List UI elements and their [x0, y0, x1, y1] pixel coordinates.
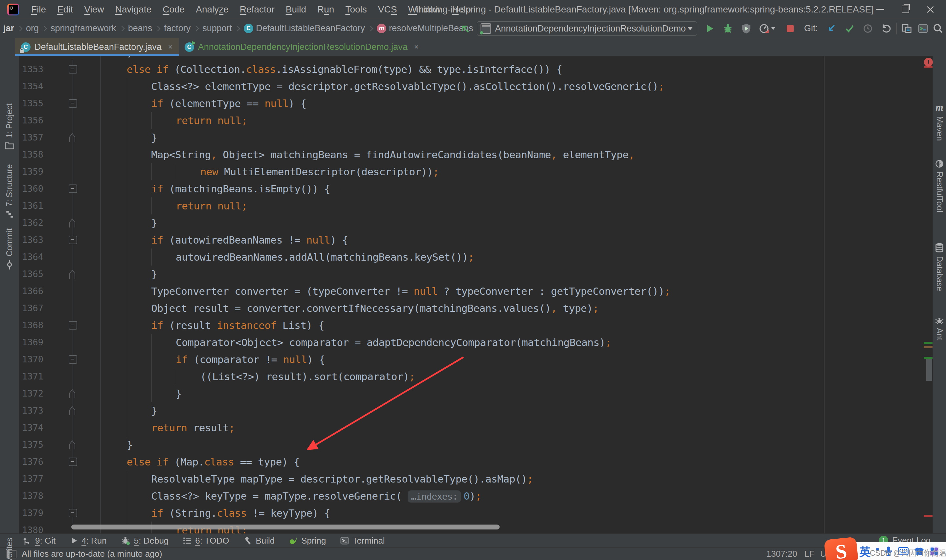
tool-window-button--run[interactable]: 4: Run — [70, 536, 107, 546]
code-line: 1362} — [19, 214, 933, 231]
menu-build[interactable]: Build — [280, 0, 312, 19]
restore-button[interactable] — [893, 0, 918, 19]
profiler-button[interactable] — [758, 22, 770, 35]
rollback-button[interactable] — [880, 22, 893, 35]
fold-collapse-icon[interactable] — [69, 458, 77, 466]
indent-guide — [151, 385, 152, 402]
tool-window-button-restfultool[interactable]: RestfulTool — [933, 159, 946, 212]
indent-guide — [127, 334, 128, 351]
fold-end-icon[interactable] — [69, 440, 76, 450]
fold-collapse-icon[interactable] — [69, 236, 77, 244]
breadcrumb-item-beans[interactable]: beans — [128, 23, 153, 34]
gitbranch-icon — [23, 536, 32, 545]
fold-collapse-icon[interactable] — [69, 99, 77, 108]
menu-edit[interactable]: Edit — [52, 0, 79, 19]
breadcrumb-item-org[interactable]: org — [25, 23, 39, 34]
vertical-scrollbar[interactable] — [926, 359, 932, 381]
menu-view[interactable]: View — [79, 0, 109, 19]
menu-navigate[interactable]: Navigate — [110, 0, 157, 19]
fold-end-icon[interactable] — [69, 269, 76, 279]
menu-vcs[interactable]: VCS — [373, 0, 403, 19]
breadcrumb-label: support — [202, 23, 232, 34]
menu-file[interactable]: File — [26, 0, 52, 19]
run-configuration-select[interactable]: AnnotationDependencyInjectionResolutionD… — [477, 22, 697, 36]
tool-window-button--todo[interactable]: 6: TODO — [183, 536, 229, 546]
vcs-stripe-brown[interactable] — [924, 346, 933, 348]
run-button[interactable] — [703, 22, 716, 35]
history-button[interactable] — [861, 22, 874, 35]
jump-to-source-icon[interactable] — [459, 23, 470, 34]
breadcrumb-item-defaultlistablebeanfactory[interactable]: CDefaultListableBeanFactory — [243, 23, 365, 34]
terminal-icon — [340, 536, 349, 545]
tool-window-button-maven[interactable]: mMaven — [933, 102, 946, 141]
tool-window-button-terminal[interactable]: Terminal — [340, 536, 385, 546]
fold-end-icon[interactable] — [69, 389, 76, 398]
breadcrumb-item-jar[interactable]: jar — [3, 23, 15, 34]
fold-collapse-icon[interactable] — [69, 65, 77, 74]
sogou-ime-icon[interactable]: S — [824, 537, 859, 560]
run-with-coverage-button[interactable] — [740, 22, 753, 35]
fold-end-icon[interactable] — [69, 132, 76, 143]
fold-collapse-icon[interactable] — [69, 185, 77, 193]
project-icon — [5, 142, 14, 149]
tab-DefaultListableBeanFactory.java[interactable]: CDefaultListableBeanFactory.java× — [15, 38, 179, 56]
tool-window-button-commit[interactable]: Commit — [0, 228, 19, 269]
profiler-dropdown-icon[interactable] — [770, 22, 777, 35]
breadcrumb-item-springframework[interactable]: springframework — [50, 23, 117, 34]
stop-button[interactable] — [784, 22, 797, 35]
close-button[interactable] — [918, 0, 943, 19]
menu-refactor[interactable]: Refactor — [234, 0, 280, 19]
vcs-stripe-green[interactable] — [924, 342, 933, 344]
line-number: 1355 — [19, 95, 43, 112]
indent-guide — [127, 266, 128, 283]
search-everywhere-icon[interactable] — [932, 22, 945, 35]
minimize-button[interactable] — [868, 0, 893, 19]
indent-guide — [127, 283, 128, 300]
tool-window-button-spring[interactable]: Spring — [289, 536, 326, 546]
line-number: 1356 — [19, 112, 43, 129]
fold-collapse-icon[interactable] — [69, 355, 77, 364]
menu-code[interactable]: Code — [157, 0, 190, 19]
fold-collapse-icon[interactable] — [69, 509, 77, 517]
menu-tools[interactable]: Tools — [340, 0, 372, 19]
menu-analyze[interactable]: Analyze — [190, 0, 234, 19]
editor-tab-bar: CDefaultListableBeanFactory.java×CAnnota… — [0, 38, 946, 56]
tool-window-button-1-project[interactable]: 1: Project — [0, 103, 19, 149]
error-indicator-icon[interactable]: ! — [924, 58, 933, 67]
line-number: 1371 — [19, 368, 43, 385]
tool-window-button-build[interactable]: Build — [243, 536, 274, 546]
fold-collapse-icon[interactable] — [69, 321, 77, 329]
tool-window-button-7-structure[interactable]: 7: Structure — [0, 164, 19, 218]
code-text: Comparator<Object> comparator = adaptDep… — [176, 334, 611, 351]
tab-AnnotationDependencyInjectionResolutionDemo.java[interactable]: CAnnotationDependencyInjectionResolution… — [179, 38, 425, 56]
breadcrumb-item-factory[interactable]: factory — [163, 23, 191, 34]
code-text: if (result instanceof List) { — [151, 317, 324, 334]
line-ending-indicator[interactable]: LF — [804, 548, 814, 560]
ime-language-toggle[interactable]: 英 — [859, 543, 871, 559]
menu-run[interactable]: Run — [312, 0, 340, 19]
breadcrumb-item-support[interactable]: support — [202, 23, 233, 34]
tool-window-button-ant[interactable]: Ant — [933, 317, 946, 340]
tool-window-button-2-favorites[interactable]: 2: Favorites — [0, 538, 19, 560]
code-editor[interactable]: }1353else if (Collection.class.isAssigna… — [19, 56, 933, 534]
run-anything-console-icon[interactable] — [917, 22, 929, 35]
debug-button[interactable] — [721, 22, 735, 35]
tool-window-button--git[interactable]: 9: Git — [23, 536, 55, 546]
close-tab-icon[interactable]: × — [168, 42, 173, 52]
error-stripe-mark2[interactable] — [924, 515, 933, 517]
tool-window-button--debug[interactable]: 5: Debug — [121, 536, 169, 546]
breadcrumb-label: DefaultListableBeanFactory — [256, 23, 365, 34]
run-icon — [70, 537, 78, 545]
horizontal-scrollbar[interactable] — [71, 525, 499, 529]
recent-files-icon[interactable] — [900, 22, 913, 35]
git-commit-button[interactable] — [843, 22, 856, 35]
breadcrumb-label: beans — [128, 23, 153, 34]
code-text: return result; — [151, 419, 234, 436]
fold-end-icon[interactable] — [69, 406, 76, 415]
tool-window-button-database[interactable]: Database — [933, 243, 946, 291]
git-update-button[interactable] — [824, 22, 838, 35]
close-tab-icon[interactable]: × — [414, 42, 419, 52]
left-tool-window-bar: 1: Project7: StructureCommit2: Favorites — [0, 56, 19, 534]
caret-position[interactable]: 1307:20 — [766, 548, 797, 560]
fold-end-icon[interactable] — [69, 218, 76, 228]
